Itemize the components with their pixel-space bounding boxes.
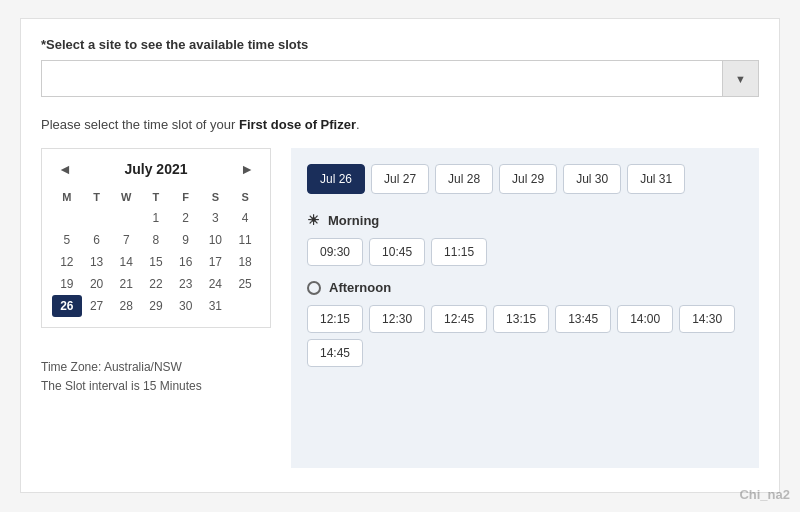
calendar-day[interactable]: 8 <box>141 229 171 251</box>
afternoon-time-slot[interactable]: 12:15 <box>307 305 363 333</box>
calendar-day[interactable]: 16 <box>171 251 201 273</box>
weekday-header: T <box>82 187 112 207</box>
calendar-day[interactable]: 20 <box>82 273 112 295</box>
date-tab[interactable]: Jul 28 <box>435 164 493 194</box>
calendar-header: ◄ July 2021 ► <box>52 159 260 179</box>
afternoon-header: Afternoon <box>307 280 743 295</box>
afternoon-time-slot[interactable]: 12:30 <box>369 305 425 333</box>
calendar-day[interactable]: 6 <box>82 229 112 251</box>
date-tab[interactable]: Jul 29 <box>499 164 557 194</box>
calendar-day[interactable]: 13 <box>82 251 112 273</box>
instruction-prefix: Please select the time slot of your <box>41 117 239 132</box>
calendar-day[interactable]: 17 <box>201 251 231 273</box>
morning-slots: 09:3010:4511:15 <box>307 238 743 266</box>
afternoon-time-slot[interactable]: 13:15 <box>493 305 549 333</box>
calendar-day[interactable]: 4 <box>230 207 260 229</box>
calendar-day[interactable]: 12 <box>52 251 82 273</box>
instruction-text: Please select the time slot of your Firs… <box>41 117 759 132</box>
date-tab[interactable]: Jul 27 <box>371 164 429 194</box>
calendar-day[interactable]: 1 <box>141 207 171 229</box>
morning-time-slot[interactable]: 09:30 <box>307 238 363 266</box>
calendar-day <box>52 207 82 229</box>
afternoon-time-slot[interactable]: 12:45 <box>431 305 487 333</box>
afternoon-time-slot[interactable]: 14:00 <box>617 305 673 333</box>
calendar-day[interactable]: 26 <box>52 295 82 317</box>
site-selector-input[interactable] <box>42 61 722 96</box>
calendar-day[interactable]: 21 <box>111 273 141 295</box>
calendar-day[interactable]: 28 <box>111 295 141 317</box>
calendar-day[interactable]: 22 <box>141 273 171 295</box>
calendar-day[interactable]: 7 <box>111 229 141 251</box>
calendar-day[interactable]: 27 <box>82 295 112 317</box>
calendar-day[interactable]: 24 <box>201 273 231 295</box>
site-selector-wrapper: ▼ <box>41 60 759 97</box>
morning-time-slot[interactable]: 10:45 <box>369 238 425 266</box>
calendar-day[interactable]: 5 <box>52 229 82 251</box>
morning-section: ☀ Morning 09:3010:4511:15 <box>307 212 743 266</box>
weekday-header: S <box>201 187 231 207</box>
afternoon-slots: 12:1512:3012:4513:1513:4514:0014:3014:45 <box>307 305 743 367</box>
calendar-day[interactable]: 3 <box>201 207 231 229</box>
calendar-month-year: July 2021 <box>124 161 187 177</box>
timeslot-panel: Jul 26Jul 27Jul 28Jul 29Jul 30Jul 31 ☀ M… <box>291 148 759 468</box>
weekday-header: S <box>230 187 260 207</box>
date-tab[interactable]: Jul 30 <box>563 164 621 194</box>
afternoon-icon <box>307 281 321 295</box>
calendar-day <box>82 207 112 229</box>
morning-time-slot[interactable]: 11:15 <box>431 238 487 266</box>
calendar-wrapper: ◄ July 2021 ► MTWTFSS 123456789101112131… <box>41 148 271 396</box>
afternoon-time-slot[interactable]: 14:30 <box>679 305 735 333</box>
dropdown-arrow-icon[interactable]: ▼ <box>722 61 758 96</box>
weekday-header: F <box>171 187 201 207</box>
date-tabs: Jul 26Jul 27Jul 28Jul 29Jul 30Jul 31 <box>307 164 743 194</box>
afternoon-section: Afternoon 12:1512:3012:4513:1513:4514:00… <box>307 280 743 367</box>
weekday-header: M <box>52 187 82 207</box>
afternoon-time-slot[interactable]: 14:45 <box>307 339 363 367</box>
instruction-suffix: . <box>356 117 360 132</box>
calendar-day[interactable]: 18 <box>230 251 260 273</box>
calendar-grid: MTWTFSS 12345678910111213141516171819202… <box>52 187 260 317</box>
timezone-line2: The Slot interval is 15 Minutes <box>41 377 271 396</box>
date-tab[interactable]: Jul 26 <box>307 164 365 194</box>
afternoon-title: Afternoon <box>329 280 391 295</box>
afternoon-time-slot[interactable]: 13:45 <box>555 305 611 333</box>
calendar-day[interactable]: 2 <box>171 207 201 229</box>
main-content: ◄ July 2021 ► MTWTFSS 123456789101112131… <box>41 148 759 468</box>
instruction-bold: First dose of Pfizer <box>239 117 356 132</box>
calendar-day <box>111 207 141 229</box>
site-selector-label: *Select a site to see the available time… <box>41 37 759 52</box>
calendar-weekday-row: MTWTFSS <box>52 187 260 207</box>
calendar-day[interactable]: 23 <box>171 273 201 295</box>
calendar-day[interactable]: 15 <box>141 251 171 273</box>
timezone-line1: Time Zone: Australia/NSW <box>41 358 271 377</box>
morning-icon: ☀ <box>307 212 320 228</box>
calendar-day[interactable]: 30 <box>171 295 201 317</box>
calendar-body: 1234567891011121314151617181920212223242… <box>52 207 260 317</box>
watermark: Chi_na2 <box>739 487 790 502</box>
weekday-header: W <box>111 187 141 207</box>
calendar-day <box>230 295 260 317</box>
timezone-info: Time Zone: Australia/NSW The Slot interv… <box>41 358 271 396</box>
calendar-day[interactable]: 11 <box>230 229 260 251</box>
calendar-day[interactable]: 10 <box>201 229 231 251</box>
weekday-header: T <box>141 187 171 207</box>
calendar-day[interactable]: 31 <box>201 295 231 317</box>
calendar-day[interactable]: 9 <box>171 229 201 251</box>
calendar-next-button[interactable]: ► <box>234 159 260 179</box>
calendar-prev-button[interactable]: ◄ <box>52 159 78 179</box>
calendar-day[interactable]: 14 <box>111 251 141 273</box>
date-tab[interactable]: Jul 31 <box>627 164 685 194</box>
calendar-day[interactable]: 25 <box>230 273 260 295</box>
morning-title: Morning <box>328 213 379 228</box>
morning-header: ☀ Morning <box>307 212 743 228</box>
calendar: ◄ July 2021 ► MTWTFSS 123456789101112131… <box>41 148 271 328</box>
calendar-day[interactable]: 29 <box>141 295 171 317</box>
page-container: *Select a site to see the available time… <box>20 18 780 493</box>
calendar-day[interactable]: 19 <box>52 273 82 295</box>
